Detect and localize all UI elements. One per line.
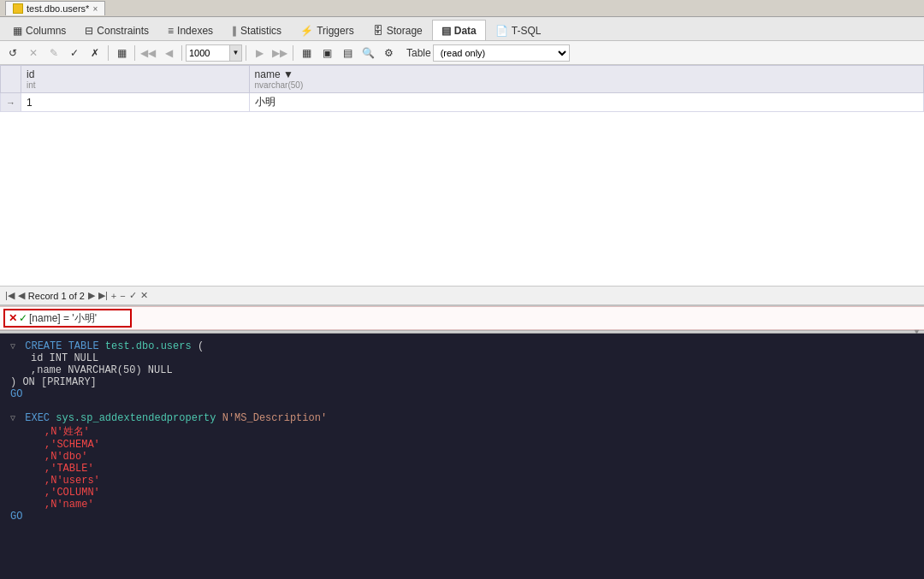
data-toolbar: ↺ ✕ ✎ ✓ ✗ ▦ ◀◀ ◀ ▼ ▶ ▶▶ ▦ ▣ ▤ 🔍 ⚙ Table <box>0 41 924 65</box>
rows-input[interactable] <box>187 45 229 61</box>
tab-statistics[interactable]: ∥ Statistics <box>222 20 291 40</box>
main-content: ↺ ✕ ✎ ✓ ✗ ▦ ◀◀ ◀ ▼ ▶ ▶▶ ▦ ▣ ▤ 🔍 ⚙ Table <box>0 41 924 579</box>
data-grid-container[interactable]: id int name ▼ nvarchar(50) → 1 小明 <box>0 65 924 286</box>
data-table: id int name ▼ nvarchar(50) → 1 小明 <box>0 65 924 112</box>
status-nav-first[interactable]: |◀ <box>5 290 15 301</box>
status-delete-btn[interactable]: − <box>120 291 125 301</box>
tab-indexes[interactable]: ≡ Indexes <box>158 20 222 40</box>
view-grid-button[interactable]: ▦ <box>112 44 131 62</box>
sql-proc-name: sys.sp_addextendedproperty <box>56 412 216 424</box>
sql-param6: ,N'users' <box>44 475 100 487</box>
table-mode-select[interactable]: (read only) <box>433 44 570 62</box>
view-form-button[interactable]: ▣ <box>317 44 336 62</box>
sql-go-2: GO <box>10 511 22 523</box>
title-bar: test.dbo.users* × <box>0 0 924 17</box>
active-tab[interactable]: test.dbo.users* × <box>5 1 105 15</box>
settings-button[interactable]: ⚙ <box>379 44 398 62</box>
col-header-name[interactable]: name ▼ nvarchar(50) <box>249 66 923 93</box>
sep3 <box>181 45 182 61</box>
commit-button[interactable]: ✓ <box>65 44 84 62</box>
sql-param3: ,'SCHEMA' <box>44 439 100 451</box>
rows-dropdown-button[interactable]: ▼ <box>229 45 241 61</box>
statistics-tab-icon: ∥ <box>232 25 237 37</box>
indicator-header <box>1 66 21 93</box>
tab-columns[interactable]: ▦ Columns <box>3 20 75 40</box>
tab-data[interactable]: ▤ Data <box>432 20 486 40</box>
status-add-btn[interactable]: + <box>111 291 116 301</box>
indexes-tab-icon: ≡ <box>168 25 174 37</box>
sql-table-name: test.dbo.users <box>105 340 192 352</box>
tsql-tab-label: T-SQL <box>512 25 542 37</box>
view-text-button[interactable]: ▤ <box>338 44 357 62</box>
menu-tabs-bar: ▦ Columns ⊟ Constraints ≡ Indexes ∥ Stat… <box>0 17 924 41</box>
filter-expression[interactable]: [name] = '小明' <box>29 311 97 326</box>
sql-paren: ( <box>198 340 204 352</box>
sql-param7: ,'COLUMN' <box>44 487 100 499</box>
table-row[interactable]: → 1 小明 <box>1 93 924 112</box>
tab-tsql[interactable]: 📄 T-SQL <box>486 20 551 40</box>
row-indicator: → <box>1 93 21 112</box>
sql-exec-keyword: EXEC <box>25 412 50 424</box>
table-icon <box>13 3 23 14</box>
columns-tab-icon: ▦ <box>13 25 22 37</box>
nav-next-button[interactable]: ▶ <box>250 44 269 62</box>
sql-param1: N'MS_Description' <box>222 412 327 424</box>
tab-label: test.dbo.users* <box>27 3 89 14</box>
filter-close-icon[interactable]: ✕ <box>9 312 17 324</box>
sql-on-primary: ) ON [PRIMARY] <box>10 376 97 388</box>
nav-prev-button[interactable]: ◀ <box>159 44 178 62</box>
status-nav-next[interactable]: ▶ <box>88 290 95 301</box>
cell-id[interactable]: 1 <box>21 93 250 112</box>
storage-tab-icon: 🗄 <box>373 25 383 37</box>
rows-input-group: ▼ <box>186 44 242 62</box>
storage-tab-label: Storage <box>387 25 423 37</box>
sql-block2: ▽ EXEC sys.sp_addextendedproperty N'MS_D… <box>10 412 914 523</box>
view-grid2-button[interactable]: ▦ <box>297 44 316 62</box>
sql-create-keyword: CREATE TABLE <box>25 340 98 352</box>
sql-col-id: id INT NULL <box>31 352 98 364</box>
statistics-tab-label: Statistics <box>240 25 281 37</box>
cancel-edit-button[interactable]: ✗ <box>86 44 104 62</box>
sql-param8: ,N'name' <box>44 499 94 511</box>
edit-button[interactable]: ✎ <box>44 44 63 62</box>
constraints-tab-icon: ⊟ <box>85 25 93 37</box>
sep4 <box>246 45 246 61</box>
nav-last-button[interactable]: ▶▶ <box>270 44 289 62</box>
columns-tab-label: Columns <box>26 25 66 37</box>
record-count-text: Record 1 of 2 <box>28 291 85 301</box>
indexes-tab-label: Indexes <box>177 25 213 37</box>
filter-bar: ✕ ✓ [name] = '小明' <box>0 306 924 330</box>
cell-name[interactable]: 小明 <box>249 93 923 112</box>
sql-param2: ,N'姓名' <box>44 426 90 438</box>
table-static-label: Table <box>406 47 431 59</box>
refresh-button[interactable]: ↺ <box>3 44 22 62</box>
status-cancel-btn[interactable]: ✕ <box>140 290 148 301</box>
collapse-btn-1[interactable]: ▽ <box>10 342 15 352</box>
tab-close-btn[interactable]: × <box>92 4 98 14</box>
sql-param4: ,N'dbo' <box>44 451 87 463</box>
status-nav-prev[interactable]: ◀ <box>18 290 25 301</box>
constraints-tab-label: Constraints <box>97 25 149 37</box>
tsql-tab-icon: 📄 <box>495 25 508 37</box>
col-header-id[interactable]: id int <box>21 66 250 93</box>
tab-storage[interactable]: 🗄 Storage <box>364 20 432 40</box>
sep5 <box>293 45 293 61</box>
data-tab-label: Data <box>454 25 477 37</box>
col-type-id: int <box>27 80 244 90</box>
triggers-tab-icon: ⚡ <box>300 25 313 37</box>
status-nav-last[interactable]: ▶| <box>98 290 108 301</box>
triggers-tab-label: Triggers <box>317 25 354 37</box>
delete-row-button[interactable]: ✕ <box>24 44 43 62</box>
tab-triggers[interactable]: ⚡ Triggers <box>291 20 364 40</box>
tab-constraints[interactable]: ⊟ Constraints <box>75 20 158 40</box>
sql-go-1: GO <box>10 388 22 400</box>
collapse-btn-2[interactable]: ▽ <box>10 414 15 423</box>
status-commit-btn[interactable]: ✓ <box>129 290 137 301</box>
search-data-button[interactable]: 🔍 <box>358 44 377 62</box>
sql-panel[interactable]: ▽ CREATE TABLE test.dbo.users ( id INT N… <box>0 334 924 579</box>
filter-input-box[interactable]: ✕ ✓ [name] = '小明' <box>3 309 132 328</box>
grid-status-bar: |◀ ◀ Record 1 of 2 ▶ ▶| + − ✓ ✕ <box>0 286 924 304</box>
nav-first-button[interactable]: ◀◀ <box>139 44 157 62</box>
table-header-row: id int name ▼ nvarchar(50) <box>1 66 924 93</box>
filter-check-icon[interactable]: ✓ <box>19 312 27 324</box>
